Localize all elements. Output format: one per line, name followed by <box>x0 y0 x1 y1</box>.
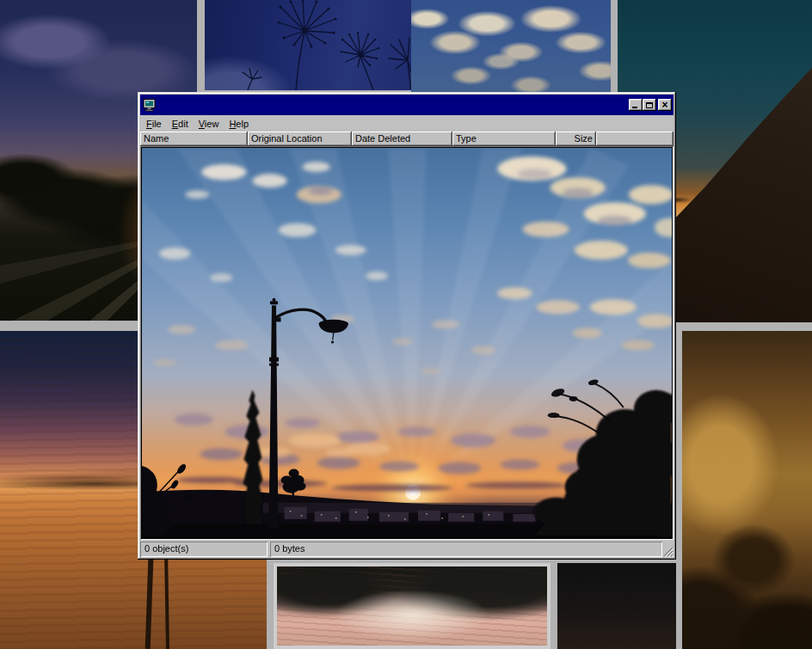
recycle-bin-window: × File Edit View Help Name Original Loca… <box>138 92 676 560</box>
menu-view[interactable]: View <box>194 117 225 131</box>
menu-file[interactable]: File <box>141 117 167 131</box>
collage-photo-pink-reflections <box>274 563 551 649</box>
dill-silhouette-graphic <box>205 0 411 90</box>
status-bytes: 0 bytes <box>270 542 662 557</box>
menu-edit[interactable]: Edit <box>167 117 194 131</box>
collage-photo-dill-silhouettes <box>205 0 411 90</box>
maximize-button[interactable] <box>643 99 656 111</box>
menu-file-rest: ile <box>152 119 162 129</box>
collage-photo-altocumulus-sky <box>411 0 611 95</box>
menu-view-rest: iew <box>205 119 219 129</box>
collage-photo-golden-blur <box>682 331 812 649</box>
column-header-date-deleted[interactable]: Date Deleted <box>352 132 452 146</box>
column-header-name[interactable]: Name <box>140 132 248 146</box>
column-header-size[interactable]: Size <box>556 132 596 146</box>
minimize-button[interactable] <box>629 99 643 111</box>
status-bar: 0 object(s) 0 bytes <box>140 542 674 557</box>
sunset-lamp-photo <box>142 148 672 538</box>
status-object-count: 0 object(s) <box>140 542 268 557</box>
resize-grip[interactable] <box>662 546 674 557</box>
file-list-area[interactable] <box>140 146 674 540</box>
menu-help-rest: elp <box>236 119 249 129</box>
column-header-original-location[interactable]: Original Location <box>248 132 352 146</box>
maximize-icon <box>646 102 653 108</box>
menu-edit-key: E <box>172 119 178 129</box>
menu-view-key: V <box>199 119 205 129</box>
column-header-type[interactable]: Type <box>452 132 556 146</box>
title-bar[interactable]: × <box>140 95 674 115</box>
close-button[interactable]: × <box>658 99 672 111</box>
computer-icon <box>143 98 157 112</box>
menu-edit-rest: dit <box>178 119 188 129</box>
menu-bar: File Edit View Help <box>140 115 674 132</box>
close-icon: × <box>661 101 667 109</box>
column-header-stub <box>596 132 674 146</box>
column-headers: Name Original Location Date Deleted Type… <box>140 132 674 146</box>
screen: { "window": { "title": "", "title_icon":… <box>0 0 812 649</box>
menu-file-key: F <box>146 119 152 129</box>
menu-help[interactable]: Help <box>224 117 254 131</box>
collage-photo-dark-strip <box>557 563 676 649</box>
minimize-icon <box>632 107 637 108</box>
sea-pole-silhouette <box>164 551 169 649</box>
